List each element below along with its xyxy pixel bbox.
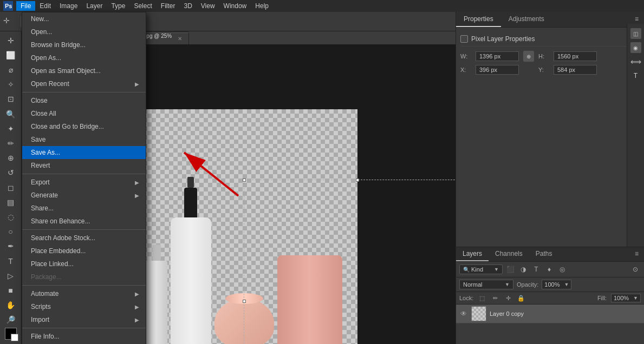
menu-filter[interactable]: Filter bbox=[157, 1, 180, 11]
move-tool-icon[interactable]: ✛ bbox=[3, 16, 14, 27]
text-tool[interactable]: T bbox=[2, 254, 19, 268]
menu-revert[interactable]: Revert bbox=[22, 159, 146, 172]
menu-import[interactable]: Import ▶ bbox=[22, 313, 146, 326]
prop-y-value[interactable]: 584 px bbox=[554, 65, 597, 75]
menu-save[interactable]: Save bbox=[22, 133, 146, 146]
clone-stamp[interactable]: ⊕ bbox=[2, 151, 19, 165]
brush-tool[interactable]: ✏ bbox=[2, 136, 19, 150]
menu-edit[interactable]: Edit bbox=[35, 1, 55, 11]
menu-automate[interactable]: Automate ▶ bbox=[22, 287, 146, 300]
menu-browse-bridge[interactable]: Browse in Bridge... bbox=[22, 38, 146, 51]
tab-properties[interactable]: Properties bbox=[456, 12, 501, 27]
menu-3d[interactable]: 3D bbox=[179, 1, 196, 11]
menu-image[interactable]: Image bbox=[55, 1, 82, 11]
menu-file[interactable]: File bbox=[16, 1, 35, 11]
menu-open-smart[interactable]: Open as Smart Object... bbox=[22, 64, 146, 77]
lock-paint[interactable]: ✏ bbox=[491, 294, 499, 302]
healing-brush[interactable]: ✦ bbox=[2, 122, 19, 135]
layer-filter-shape[interactable]: ♦ bbox=[544, 264, 555, 275]
bottle-1-cap bbox=[152, 244, 161, 261]
blend-mode-select[interactable]: Normal ▼ bbox=[459, 280, 513, 289]
menu-new[interactable]: New... bbox=[22, 12, 146, 25]
sel-handle-tm[interactable] bbox=[356, 178, 359, 182]
background-color[interactable] bbox=[11, 334, 18, 341]
zoom-tool[interactable]: 🔎 bbox=[2, 313, 19, 327]
layer-visibility-icon[interactable]: 👁 bbox=[459, 309, 468, 318]
layer-name: Layer 0 copy bbox=[490, 310, 641, 317]
layer-filter-px[interactable]: ⬛ bbox=[505, 264, 516, 275]
prop-link-icon[interactable]: ⊕ bbox=[523, 51, 534, 62]
side-icon-1[interactable]: ◫ bbox=[630, 28, 641, 39]
search-kind-icon: 🔍 bbox=[463, 267, 470, 273]
menu-close-all[interactable]: Close All bbox=[22, 107, 146, 120]
blur-tool[interactable]: ◌ bbox=[2, 210, 19, 223]
menu-view[interactable]: View bbox=[197, 1, 219, 11]
arrow-generate: ▶ bbox=[135, 193, 139, 199]
menu-export[interactable]: Export ▶ bbox=[22, 176, 146, 189]
lock-all[interactable]: 🔒 bbox=[517, 294, 525, 302]
menu-select[interactable]: Select bbox=[129, 1, 156, 11]
sel-handle-tl[interactable] bbox=[243, 178, 246, 182]
magic-wand[interactable]: ✧ bbox=[2, 78, 19, 91]
lock-position[interactable]: ✛ bbox=[504, 294, 512, 302]
menu-open-recent[interactable]: Open Recent ▶ bbox=[22, 77, 146, 90]
layer-filter-adj[interactable]: ◑ bbox=[518, 264, 529, 275]
menu-window[interactable]: Window bbox=[219, 1, 251, 11]
layers-tab[interactable]: Layers bbox=[456, 247, 489, 261]
paths-tab[interactable]: Paths bbox=[529, 247, 559, 261]
marquee-tool[interactable]: ⬜ bbox=[2, 48, 19, 62]
menu-place-embedded[interactable]: Place Embedded... bbox=[22, 244, 146, 257]
hand-tool[interactable]: ✋ bbox=[2, 299, 19, 312]
shape-tool[interactable]: ■ bbox=[2, 283, 19, 297]
prop-h-value[interactable]: 1560 px bbox=[554, 51, 597, 61]
menu-save-as[interactable]: Save As... bbox=[22, 146, 146, 159]
lock-transparent[interactable]: ⬚ bbox=[478, 294, 486, 302]
fill-control[interactable]: 100% ▼ bbox=[611, 294, 641, 302]
sel-handle-ml[interactable] bbox=[243, 300, 246, 303]
fill-value: 100% bbox=[614, 295, 629, 301]
menu-generate[interactable]: Generate ▶ bbox=[22, 189, 146, 202]
menu-close-bridge[interactable]: Close and Go to Bridge... bbox=[22, 120, 146, 133]
gradient-tool[interactable]: ▤ bbox=[2, 195, 19, 209]
menu-search-stock[interactable]: Search Adobe Stock... bbox=[22, 231, 146, 244]
menu-layer[interactable]: Layer bbox=[82, 1, 107, 11]
sep4 bbox=[22, 285, 146, 286]
tab2-close[interactable]: ✕ bbox=[178, 36, 182, 42]
opacity-control[interactable]: 100% ▼ bbox=[542, 280, 571, 289]
prop-w-value[interactable]: 1396 px bbox=[476, 51, 519, 61]
menu-type[interactable]: Type bbox=[107, 1, 129, 11]
menu-share[interactable]: Share... bbox=[22, 202, 146, 215]
prop-x-value[interactable]: 396 px bbox=[476, 65, 519, 75]
menu-open-as[interactable]: Open As... bbox=[22, 51, 146, 64]
tab-adjustments[interactable]: Adjustments bbox=[501, 12, 552, 27]
pen-tool[interactable]: ✒ bbox=[2, 240, 19, 253]
history-brush[interactable]: ↺ bbox=[2, 166, 19, 180]
menu-open[interactable]: Open... bbox=[22, 25, 146, 38]
menu-file-info[interactable]: File Info... bbox=[22, 330, 146, 343]
layer-filter-smart[interactable]: ◎ bbox=[557, 264, 568, 275]
menu-close[interactable]: Close bbox=[22, 94, 146, 107]
foreground-color[interactable] bbox=[5, 328, 17, 340]
dodge-tool[interactable]: ○ bbox=[2, 225, 19, 239]
layer-filter-type[interactable]: T bbox=[531, 264, 542, 275]
layers-menu-icon[interactable]: ≡ bbox=[629, 247, 644, 261]
menu-bar: Ps File Edit Image Layer Type Select Fil… bbox=[0, 0, 644, 12]
menu-share-behance[interactable]: Share on Behance... bbox=[22, 215, 146, 228]
side-icon-2[interactable]: ◉ bbox=[630, 42, 641, 53]
path-select[interactable]: ▷ bbox=[2, 269, 19, 282]
menu-scripts[interactable]: Scripts ▶ bbox=[22, 300, 146, 313]
kind-filter[interactable]: 🔍 Kind ▼ bbox=[459, 264, 503, 274]
crop-tool[interactable]: ⊡ bbox=[2, 92, 19, 106]
side-icon-type[interactable]: T bbox=[630, 70, 641, 81]
eyedropper[interactable]: 🔍 bbox=[2, 107, 19, 121]
arrow-import: ▶ bbox=[135, 317, 139, 323]
menu-help[interactable]: Help bbox=[251, 1, 273, 11]
menu-place-linked[interactable]: Place Linked... bbox=[22, 257, 146, 270]
layer-filter-toggle[interactable]: ⊙ bbox=[630, 264, 641, 275]
lasso-tool[interactable]: ⌀ bbox=[2, 63, 19, 76]
move-tool[interactable]: ✛ bbox=[2, 34, 19, 47]
layer-item-0[interactable]: 👁 Layer 0 copy bbox=[456, 305, 644, 323]
eraser-tool[interactable]: ◻ bbox=[2, 181, 19, 194]
side-icon-3[interactable]: ⟺ bbox=[630, 56, 641, 67]
channels-tab[interactable]: Channels bbox=[489, 247, 529, 261]
